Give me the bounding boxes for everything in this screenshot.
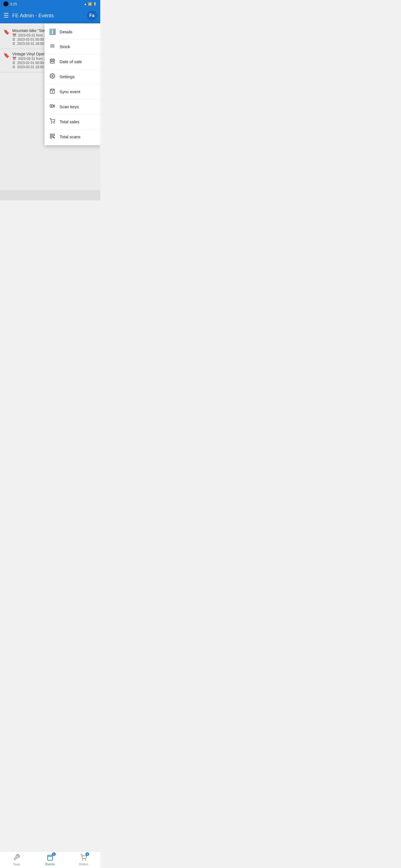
- svg-point-18: [54, 123, 55, 124]
- battery-icon: 🔋: [93, 2, 97, 6]
- menu-label-settings: Settings: [60, 74, 75, 79]
- details-icon: ℹ️: [49, 28, 56, 35]
- menu-label-stock: Stock: [60, 44, 70, 49]
- svg-rect-8: [53, 61, 54, 62]
- svg-rect-21: [50, 136, 52, 138]
- menu-item-total-sales[interactable]: Total sales: [45, 114, 100, 129]
- menu-item-settings[interactable]: Settings: [45, 69, 100, 84]
- svg-rect-7: [51, 61, 52, 62]
- stock-icon: [49, 43, 56, 50]
- scan-keys-icon: [49, 103, 56, 110]
- menu-item-details[interactable]: ℹ️ Details: [45, 25, 100, 39]
- total-scans-icon: [49, 133, 56, 140]
- svg-point-16: [51, 105, 52, 106]
- settings-icon: [49, 73, 56, 80]
- svg-point-9: [52, 75, 53, 77]
- menu-label-total-scans: Total scans: [60, 134, 81, 139]
- context-menu: ℹ️ Details Stock Date of sale: [45, 23, 100, 145]
- notch: [3, 1, 8, 6]
- date-of-sale-icon: [49, 58, 56, 65]
- menu-label-scan-keys: Scan keys: [60, 104, 79, 109]
- menu-label-sync-event: Sync event: [60, 89, 80, 94]
- total-sales-icon: [49, 118, 56, 125]
- svg-rect-19: [50, 134, 52, 136]
- svg-rect-3: [50, 59, 55, 63]
- svg-rect-20: [53, 134, 55, 136]
- status-icons: ▲ 📶 🔋: [84, 2, 97, 6]
- menu-label-date-of-sale: Date of sale: [60, 59, 82, 64]
- menu-item-stock[interactable]: Stock: [45, 39, 100, 54]
- wifi-icon: ▲: [84, 2, 87, 6]
- app-bar: ☰ FE Admin - Events Fa: [0, 8, 100, 23]
- hamburger-menu-icon[interactable]: ☰: [3, 12, 9, 19]
- status-time: 3:25: [10, 2, 17, 6]
- svg-point-17: [52, 123, 52, 124]
- menu-label-total-sales: Total sales: [60, 119, 79, 124]
- svg-rect-22: [53, 136, 54, 137]
- sync-event-icon: [49, 88, 56, 95]
- avatar[interactable]: Fa: [87, 10, 97, 21]
- signal-icon: 📶: [88, 2, 92, 6]
- status-bar: 3:25 ▲ 📶 🔋: [0, 0, 100, 8]
- menu-label-details: Details: [60, 30, 73, 34]
- menu-item-sync-event[interactable]: Sync event: [45, 84, 100, 99]
- menu-item-date-of-sale[interactable]: Date of sale: [45, 54, 100, 69]
- svg-rect-23: [54, 137, 55, 138]
- svg-rect-15: [50, 104, 54, 107]
- app-bar-title: FE Admin - Events: [12, 13, 87, 19]
- menu-item-total-scans[interactable]: Total scans: [45, 129, 100, 144]
- menu-item-scan-keys[interactable]: Scan keys: [45, 99, 100, 114]
